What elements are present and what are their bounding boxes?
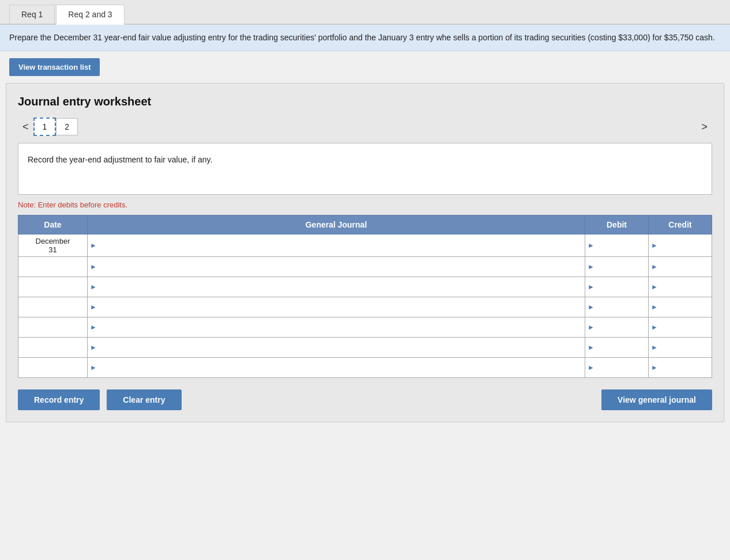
credit-cell-1[interactable]: ►	[649, 234, 712, 257]
credit-input-2[interactable]	[658, 257, 712, 277]
journal-table: Date General Journal Debit Credit Decemb…	[18, 215, 712, 378]
gj-cell-5[interactable]: ►	[88, 317, 585, 338]
arrow-indicator-2: ►	[90, 263, 97, 271]
debit-input-7[interactable]	[594, 358, 648, 377]
credit-cell-2[interactable]: ►	[649, 257, 712, 277]
credit-input-4[interactable]	[658, 297, 712, 317]
arrow-indicator-credit-4: ►	[651, 303, 658, 311]
table-row: ► ► ►	[18, 358, 712, 378]
nav-next-arrow[interactable]: >	[697, 119, 712, 135]
clear-entry-button[interactable]: Clear entry	[107, 389, 181, 410]
arrow-indicator-3: ►	[90, 283, 97, 291]
arrow-indicator-debit-6: ►	[588, 343, 594, 351]
credit-input-1[interactable]	[658, 236, 712, 255]
credit-input-6[interactable]	[658, 338, 712, 357]
debit-cell-4[interactable]: ►	[585, 297, 649, 317]
gj-input-2[interactable]	[97, 257, 585, 277]
credit-cell-7[interactable]: ►	[649, 358, 712, 378]
credit-cell-3[interactable]: ►	[649, 277, 712, 297]
debit-input-4[interactable]	[594, 297, 648, 317]
col-header-gj: General Journal	[88, 215, 585, 234]
debit-cell-7[interactable]: ►	[585, 358, 649, 378]
arrow-indicator-7: ►	[90, 364, 97, 372]
date-cell-1: December31	[18, 234, 88, 257]
arrow-indicator-credit-3: ►	[651, 283, 658, 291]
gj-cell-1[interactable]: ►	[88, 234, 585, 257]
arrow-indicator-credit-1: ►	[651, 241, 658, 249]
description-box: Record the year-end adjustment to fair v…	[18, 143, 712, 195]
debit-input-2[interactable]	[594, 257, 648, 277]
credit-input-7[interactable]	[658, 358, 712, 377]
entry-button-1[interactable]: 1	[33, 118, 57, 136]
date-cell-7	[18, 358, 88, 378]
tab-bar: Req 1 Req 2 and 3	[0, 0, 730, 25]
arrow-indicator-credit-2: ►	[651, 263, 658, 271]
table-row: ► ► ►	[18, 257, 712, 277]
gj-cell-6[interactable]: ►	[88, 338, 585, 358]
gj-cell-7[interactable]: ►	[88, 358, 585, 378]
gj-cell-3[interactable]: ►	[88, 277, 585, 297]
debit-input-1[interactable]	[594, 236, 648, 255]
gj-cell-2[interactable]: ►	[88, 257, 585, 277]
credit-input-5[interactable]	[658, 317, 712, 337]
date-cell-5	[18, 317, 88, 338]
arrow-indicator-credit-7: ►	[651, 364, 658, 372]
entry-nav: < 1 2 >	[18, 118, 712, 136]
note-text: Note: Enter debits before credits.	[18, 200, 712, 209]
debit-input-6[interactable]	[594, 338, 648, 357]
debit-cell-1[interactable]: ►	[585, 234, 649, 257]
date-cell-2	[18, 257, 88, 277]
instructions-text: Prepare the December 31 year-end fair va…	[9, 33, 715, 42]
worksheet-container: Journal entry worksheet < 1 2 > Record t…	[6, 83, 724, 422]
credit-cell-5[interactable]: ►	[649, 317, 712, 338]
arrow-indicator-5: ►	[90, 323, 97, 331]
arrow-indicator-4: ►	[90, 303, 97, 311]
debit-cell-6[interactable]: ►	[585, 338, 649, 358]
view-general-journal-button[interactable]: View general journal	[601, 389, 712, 410]
table-row: ► ► ►	[18, 317, 712, 338]
credit-input-3[interactable]	[658, 277, 712, 297]
col-header-date: Date	[18, 215, 88, 234]
date-cell-6	[18, 338, 88, 358]
arrow-indicator-debit-5: ►	[588, 323, 594, 331]
arrow-indicator: ►	[90, 241, 97, 249]
date-cell-3	[18, 277, 88, 297]
table-row: ► ► ►	[18, 297, 712, 317]
debit-cell-5[interactable]: ►	[585, 317, 649, 338]
gj-input-5[interactable]	[97, 317, 585, 337]
arrow-indicator-debit-4: ►	[588, 303, 594, 311]
debit-cell-2[interactable]: ►	[585, 257, 649, 277]
bottom-buttons: Record entry Clear entry View general jo…	[18, 389, 712, 410]
arrow-indicator-6: ►	[90, 343, 97, 351]
gj-input-1[interactable]	[97, 236, 585, 255]
arrow-indicator-debit-1: ►	[588, 241, 594, 249]
tab-req2and3[interactable]: Req 2 and 3	[56, 5, 124, 25]
debit-input-5[interactable]	[594, 317, 648, 337]
credit-cell-4[interactable]: ►	[649, 297, 712, 317]
col-header-credit: Credit	[649, 215, 712, 234]
instructions-box: Prepare the December 31 year-end fair va…	[0, 25, 730, 51]
debit-cell-3[interactable]: ►	[585, 277, 649, 297]
credit-cell-6[interactable]: ►	[649, 338, 712, 358]
record-entry-button[interactable]: Record entry	[18, 389, 100, 410]
arrow-indicator-debit-2: ►	[588, 263, 594, 271]
arrow-indicator-credit-5: ►	[651, 323, 658, 331]
table-row: ► ► ►	[18, 277, 712, 297]
nav-prev-arrow[interactable]: <	[18, 119, 33, 135]
col-header-debit: Debit	[585, 215, 649, 234]
view-transaction-button[interactable]: View transaction list	[9, 58, 100, 76]
gj-input-3[interactable]	[97, 277, 585, 297]
arrow-indicator-credit-6: ►	[651, 343, 658, 351]
description-text: Record the year-end adjustment to fair v…	[28, 155, 212, 164]
gj-input-7[interactable]	[97, 358, 585, 377]
date-cell-4	[18, 297, 88, 317]
table-row: ► ► ►	[18, 338, 712, 358]
entry-button-2[interactable]: 2	[56, 118, 78, 135]
gj-input-4[interactable]	[97, 297, 585, 317]
tab-req1[interactable]: Req 1	[9, 5, 55, 24]
worksheet-title: Journal entry worksheet	[18, 95, 712, 108]
gj-cell-4[interactable]: ►	[88, 297, 585, 317]
debit-input-3[interactable]	[594, 277, 648, 297]
gj-input-6[interactable]	[97, 338, 585, 357]
arrow-indicator-debit-3: ►	[588, 283, 594, 291]
